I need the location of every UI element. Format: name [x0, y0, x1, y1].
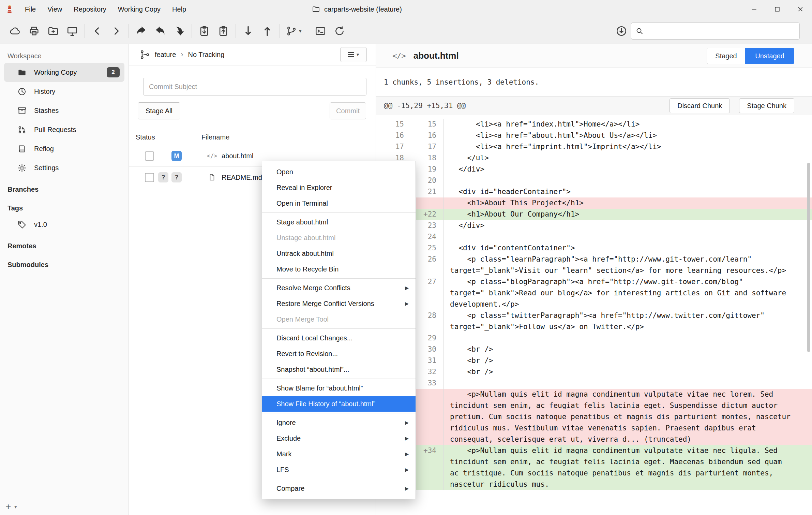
diff-row[interactable]: 24	[376, 231, 812, 242]
discard-chunk-button[interactable]: Discard Chunk	[670, 98, 730, 113]
menu-item-stage[interactable]: Stage about.html	[262, 214, 416, 230]
stage-checkbox[interactable]	[145, 173, 154, 182]
sidebar-section-submodules[interactable]: Submodules	[0, 253, 129, 271]
sidebar-section-remotes[interactable]: Remotes	[0, 234, 129, 253]
sidebar-item-working-copy[interactable]: Working Copy 2	[4, 63, 124, 82]
pull-arrow-icon[interactable]	[239, 21, 258, 41]
sidebar-item-history[interactable]: History	[4, 82, 124, 101]
push-arrow-icon[interactable]	[258, 21, 277, 41]
back-chevron-icon[interactable]	[88, 21, 107, 41]
diff-row[interactable]: 32 <br />	[376, 366, 812, 378]
diff-row[interactable]: 30 <br />	[376, 344, 812, 355]
minimize-button[interactable]	[742, 0, 766, 18]
menu-item-move-to-recycle-bin[interactable]: Move to Recycle Bin	[262, 261, 416, 277]
menu-item-ignore[interactable]: Ignore▶	[262, 415, 416, 430]
monitor-icon[interactable]	[63, 21, 82, 41]
terminal-icon[interactable]	[311, 21, 330, 41]
forward-chevron-icon[interactable]	[107, 21, 126, 41]
menu-item-snapshot[interactable]: Snapshot “about.html”...	[262, 362, 416, 377]
refresh-icon[interactable]	[330, 21, 349, 41]
diff-row[interactable]: 25 <div id="contentContainer">	[376, 242, 812, 254]
reply-arrow-icon[interactable]	[151, 21, 170, 41]
menu-view[interactable]: View	[42, 0, 68, 18]
code-line: <h1>About This Project</h1>	[444, 197, 812, 209]
menu-item-unstage[interactable]: Unstage about.html	[262, 230, 416, 246]
menu-item-compare[interactable]: Compare▶	[262, 481, 416, 496]
menu-item-restore-merge-conflict-versions[interactable]: Restore Merge Conflict Versions▶	[262, 296, 416, 311]
scrollbar-thumb[interactable]	[807, 163, 810, 352]
toolbar-separator	[129, 24, 129, 38]
sidebar-item-settings[interactable]: Settings	[4, 158, 124, 177]
cloud-icon[interactable]	[5, 21, 25, 41]
add-button[interactable]: +	[5, 502, 11, 512]
sidebar-item-pull-requests[interactable]: Pull Requests	[4, 120, 124, 139]
menu-item-lfs[interactable]: LFS▶	[262, 462, 416, 477]
menu-help[interactable]: Help	[166, 0, 192, 18]
folder-plus-icon[interactable]	[44, 21, 63, 41]
diff-row[interactable]: 16 16 <li><a href="about.html">About Us<…	[376, 130, 812, 141]
menu-item-show-blame[interactable]: Show Blame for “about.html”	[262, 380, 416, 396]
clipboard-down-icon[interactable]	[195, 21, 214, 41]
branch-menu-button[interactable]: ▾	[283, 21, 305, 41]
close-button[interactable]	[789, 0, 812, 18]
commit-options-button[interactable]: ▾	[340, 47, 367, 62]
menu-file[interactable]: File	[19, 0, 42, 18]
diff-row[interactable]: 23 </div>	[376, 220, 812, 231]
menu-repository[interactable]: Repository	[68, 0, 112, 18]
diff-row[interactable]: 20	[376, 175, 812, 186]
stage-all-button[interactable]: Stage All	[138, 102, 180, 119]
diff-row[interactable]: 33	[376, 378, 812, 389]
tracking-label[interactable]: No Tracking	[188, 51, 225, 59]
diff-row[interactable]: 18 18 </ul>	[376, 152, 812, 164]
updates-icon[interactable]	[612, 21, 631, 41]
untracked-status-badge: ?	[158, 172, 168, 182]
share-arrow-icon[interactable]	[132, 21, 151, 41]
menu-item-mark[interactable]: Mark▶	[262, 446, 416, 462]
commit-subject-input[interactable]	[143, 78, 366, 95]
diff-row[interactable]: +22 <h1>About Our Company</h1>	[376, 209, 812, 220]
sidebar-item-reflog[interactable]: Reflog	[4, 139, 124, 158]
diff-row[interactable]: 31 <br />	[376, 355, 812, 366]
clipboard-up-icon[interactable]	[214, 21, 233, 41]
commit-button[interactable]: Commit	[330, 102, 366, 119]
search-input[interactable]	[647, 27, 795, 35]
staged-tab[interactable]: Staged	[707, 48, 745, 64]
menu-item-revert-to-revision[interactable]: Revert to Revision...	[262, 346, 416, 362]
sidebar-item-stashes[interactable]: Stashes	[4, 101, 124, 120]
printer-icon[interactable]	[25, 21, 44, 41]
toolbar-separator	[192, 24, 192, 38]
stage-chunk-button[interactable]: Stage Chunk	[739, 98, 794, 113]
diff-row[interactable]: 17 17 <li><a href="imprint.html">Imprint…	[376, 141, 812, 152]
chevron-down-icon[interactable]: ▾	[14, 504, 17, 510]
forward-down-arrow-icon[interactable]	[170, 21, 189, 41]
diff-row[interactable]: 15 15 <li><a href="index.html">Home</a><…	[376, 119, 812, 130]
diff-row[interactable]: <h1>About This Project</h1>	[376, 197, 812, 209]
menu-working-copy[interactable]: Working Copy	[112, 0, 166, 18]
menu-item-reveal-in-explorer[interactable]: Reveal in Explorer	[262, 180, 416, 195]
menu-item-untrack[interactable]: Untrack about.html	[262, 246, 416, 261]
maximize-button[interactable]	[766, 0, 789, 18]
diff-row[interactable]: 21 <div id="headerContainer">	[376, 186, 812, 197]
diff-row[interactable]: 28 <p class="twitterParagraph"><a href="…	[376, 310, 812, 333]
current-branch-label[interactable]: feature	[155, 51, 176, 59]
menu-item-open-merge-tool[interactable]: Open Merge Tool	[262, 311, 416, 327]
diff-row[interactable]: 27 <p class="blogParagraph"><a href="htt…	[376, 276, 812, 310]
gutter-separator	[436, 344, 444, 355]
diff-row[interactable]: +34 <p>Nullam quis elit id magna condime…	[376, 445, 812, 490]
menu-item-open[interactable]: Open	[262, 164, 416, 180]
menu-item-resolve-merge-conflicts[interactable]: Resolve Merge Conflicts▶	[262, 280, 416, 296]
unstaged-tab[interactable]: Unstaged	[745, 48, 794, 64]
sidebar-item-tag-v1-0[interactable]: v1.0	[4, 215, 124, 234]
diff-row[interactable]: 19 </div>	[376, 164, 812, 175]
menu-item-discard-local-changes[interactable]: Discard Local Changes...	[262, 330, 416, 346]
stage-checkbox[interactable]	[145, 151, 154, 161]
workspace-section-label: Workspace	[0, 44, 129, 63]
menu-item-open-in-terminal[interactable]: Open in Terminal	[262, 195, 416, 211]
diff-row[interactable]: 26 <p class="learnParagraph"><a href="ht…	[376, 254, 812, 276]
sidebar-section-branches[interactable]: Branches	[0, 177, 129, 196]
menu-item-show-file-history[interactable]: Show File History of “about.html”	[262, 396, 416, 412]
sidebar-section-tags[interactable]: Tags	[0, 196, 129, 215]
diff-row[interactable]: <p>Nullam quis elit id magna condimentum…	[376, 389, 812, 445]
menu-item-exclude[interactable]: Exclude▶	[262, 430, 416, 446]
diff-row[interactable]: 29	[376, 333, 812, 344]
